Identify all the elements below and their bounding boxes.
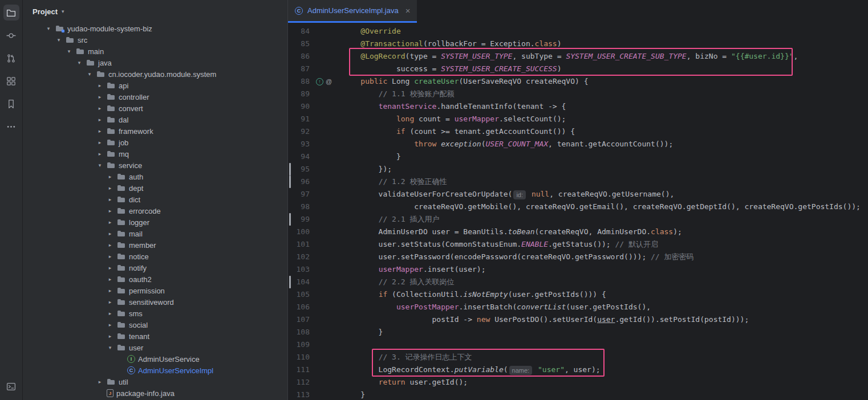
tree-item-dict[interactable]: ▸dict bbox=[23, 194, 287, 205]
code-line-109[interactable]: 109 bbox=[288, 338, 868, 351]
line-number[interactable]: 92 bbox=[291, 125, 313, 138]
tree-item-oauth2[interactable]: ▸oauth2 bbox=[23, 274, 287, 285]
tree-item-user[interactable]: ▾user bbox=[23, 342, 287, 353]
chevron-right-icon[interactable]: ▸ bbox=[96, 105, 104, 111]
chevron-right-icon[interactable]: ▸ bbox=[96, 128, 104, 134]
line-number[interactable]: 104 bbox=[291, 276, 313, 288]
tree-item-adminuserservice[interactable]: AdminUserService bbox=[23, 353, 287, 365]
chevron-right-icon[interactable]: ▸ bbox=[106, 299, 114, 305]
code-line-87[interactable]: 87 success = SYSTEM_USER_CREATE_SUCCESS) bbox=[288, 63, 868, 75]
terminal-icon[interactable] bbox=[3, 378, 19, 394]
close-icon[interactable]: × bbox=[405, 6, 411, 15]
line-number[interactable]: 95 bbox=[291, 163, 313, 175]
chevron-down-icon[interactable]: ▾ bbox=[86, 71, 94, 77]
chevron-down-icon[interactable]: ▾ bbox=[96, 162, 104, 168]
code-line-94[interactable]: 94 } bbox=[288, 150, 868, 163]
tree-item-mail[interactable]: ▸mail bbox=[23, 228, 287, 239]
code-line-101[interactable]: 101 user.setStatus(CommonStatusEnum.ENAB… bbox=[288, 238, 868, 251]
line-number[interactable]: 112 bbox=[291, 376, 313, 389]
line-number[interactable]: 103 bbox=[291, 263, 313, 276]
tree-item-api[interactable]: ▸api bbox=[23, 80, 287, 91]
tree-item-controller[interactable]: ▸controller bbox=[23, 91, 287, 103]
tree-item-errorcode[interactable]: ▸errorcode bbox=[23, 205, 287, 217]
chevron-down-icon[interactable]: ▾ bbox=[65, 48, 73, 54]
code-line-91[interactable]: 91 long count = userMapper.selectCount()… bbox=[288, 113, 868, 125]
chevron-right-icon[interactable]: ▸ bbox=[96, 379, 104, 385]
chevron-down-icon[interactable]: ▾ bbox=[55, 37, 63, 43]
tree-item-service[interactable]: ▾service bbox=[23, 160, 287, 171]
chevron-right-icon[interactable]: ▸ bbox=[106, 219, 114, 225]
code-line-108[interactable]: 108 } bbox=[288, 326, 868, 338]
chevron-right-icon[interactable]: ▸ bbox=[106, 322, 114, 328]
tree-item-sensitiveword[interactable]: ▸sensitiveword bbox=[23, 296, 287, 308]
tree-item-auth[interactable]: ▸auth bbox=[23, 171, 287, 182]
tree-item-permission[interactable]: ▸permission bbox=[23, 285, 287, 296]
tree-item-cn-iocoder-yudao-module-system[interactable]: ▾cn.iocoder.yudao.module.system bbox=[23, 68, 287, 80]
line-number[interactable]: 90 bbox=[291, 100, 313, 113]
chevron-right-icon[interactable]: ▸ bbox=[106, 333, 114, 339]
line-number[interactable]: 100 bbox=[291, 226, 313, 238]
bookmarks-icon[interactable] bbox=[3, 96, 19, 112]
code-line-90[interactable]: 90 tenantService.handleTenantInfo(tenant… bbox=[288, 100, 868, 113]
line-number[interactable]: 97 bbox=[291, 188, 313, 201]
chevron-right-icon[interactable]: ▸ bbox=[106, 311, 114, 316]
chevron-right-icon[interactable]: ▸ bbox=[106, 276, 114, 282]
line-number[interactable]: 88 bbox=[291, 75, 313, 88]
code-line-89[interactable]: 89 // 1.1 校验账户配额 bbox=[288, 88, 868, 100]
more-icon[interactable] bbox=[3, 119, 19, 134]
code-line-86[interactable]: 86 @LogRecord(type = SYSTEM_USER_TYPE, s… bbox=[288, 50, 868, 63]
tree-item-job[interactable]: ▸job bbox=[23, 137, 287, 148]
tree-item-package-info-java[interactable]: package-info.java bbox=[23, 387, 287, 399]
code-line-92[interactable]: 92 if (count >= tenant.getAccountCount()… bbox=[288, 125, 868, 138]
line-number[interactable]: 109 bbox=[291, 338, 313, 351]
code-line-95[interactable]: 95 }); bbox=[288, 163, 868, 175]
chevron-right-icon[interactable]: ▸ bbox=[106, 208, 114, 214]
chevron-right-icon[interactable]: ▸ bbox=[96, 83, 104, 88]
commit-icon[interactable] bbox=[3, 27, 19, 43]
code-line-104[interactable]: 104 // 2.2 插入关联岗位 bbox=[288, 276, 868, 288]
tree-item-main[interactable]: ▾main bbox=[23, 46, 287, 57]
line-number[interactable]: 101 bbox=[291, 238, 313, 251]
tree-item-yudao-module-system-biz[interactable]: ▾yudao-module-system-biz bbox=[23, 23, 287, 34]
chevron-down-icon[interactable]: ▾ bbox=[75, 60, 83, 66]
tree-item-tenant[interactable]: ▸tenant bbox=[23, 330, 287, 342]
line-number[interactable]: 85 bbox=[291, 38, 313, 50]
line-number[interactable]: 87 bbox=[291, 63, 313, 75]
line-number[interactable]: 99 bbox=[291, 213, 313, 226]
line-number[interactable]: 84 bbox=[291, 25, 313, 38]
code-line-97[interactable]: 97 validateUserForCreateOrUpdate(id: nul… bbox=[288, 188, 868, 201]
code-line-113[interactable]: 113 } bbox=[288, 389, 868, 400]
line-number[interactable]: 108 bbox=[291, 326, 313, 338]
code-line-98[interactable]: 98 createReqVO.getMobile(), createReqVO.… bbox=[288, 201, 868, 213]
chevron-right-icon[interactable]: ▸ bbox=[106, 231, 114, 236]
line-number[interactable]: 106 bbox=[291, 301, 313, 313]
code-line-103[interactable]: 103 userMapper.insert(user); bbox=[288, 263, 868, 276]
annotation-icon[interactable] bbox=[325, 78, 332, 85]
tree-item-mq[interactable]: ▸mq bbox=[23, 148, 287, 160]
code-line-88[interactable]: 88 public Long createUser(UserSaveReqVO … bbox=[288, 75, 868, 88]
tree-item-dal[interactable]: ▸dal bbox=[23, 114, 287, 125]
chevron-right-icon[interactable]: ▸ bbox=[106, 288, 114, 293]
line-number[interactable]: 105 bbox=[291, 288, 313, 301]
code-area[interactable]: 84 @Override85 @Transactional(rollbackFo… bbox=[288, 23, 868, 400]
structure-icon[interactable] bbox=[3, 73, 19, 89]
tree-item-member[interactable]: ▸member bbox=[23, 239, 287, 251]
chevron-right-icon[interactable]: ▸ bbox=[106, 185, 114, 191]
code-line-99[interactable]: 99 // 2.1 插入用户 bbox=[288, 213, 868, 226]
project-tool-header[interactable]: Project ▾ bbox=[23, 0, 287, 23]
code-line-112[interactable]: 112 return user.getId(); bbox=[288, 376, 868, 389]
tree-item-convert[interactable]: ▸convert bbox=[23, 103, 287, 114]
chevron-right-icon[interactable]: ▸ bbox=[106, 242, 114, 248]
tree-item-framework[interactable]: ▸framework bbox=[23, 125, 287, 137]
line-number[interactable]: 107 bbox=[291, 313, 313, 326]
line-number[interactable]: 96 bbox=[291, 175, 313, 188]
tree-item-java[interactable]: ▾java bbox=[23, 57, 287, 68]
chevron-right-icon[interactable]: ▸ bbox=[96, 151, 104, 157]
code-line-102[interactable]: 102 user.setPassword(encodePassword(crea… bbox=[288, 251, 868, 263]
line-number[interactable]: 89 bbox=[291, 88, 313, 100]
line-number[interactable]: 91 bbox=[291, 113, 313, 125]
line-number[interactable]: 86 bbox=[291, 50, 313, 63]
tree-item-src[interactable]: ▾src bbox=[23, 34, 287, 46]
chevron-right-icon[interactable]: ▸ bbox=[106, 265, 114, 271]
code-line-93[interactable]: 93 throw exception(USER_COUNT_MAX, tenan… bbox=[288, 138, 868, 150]
